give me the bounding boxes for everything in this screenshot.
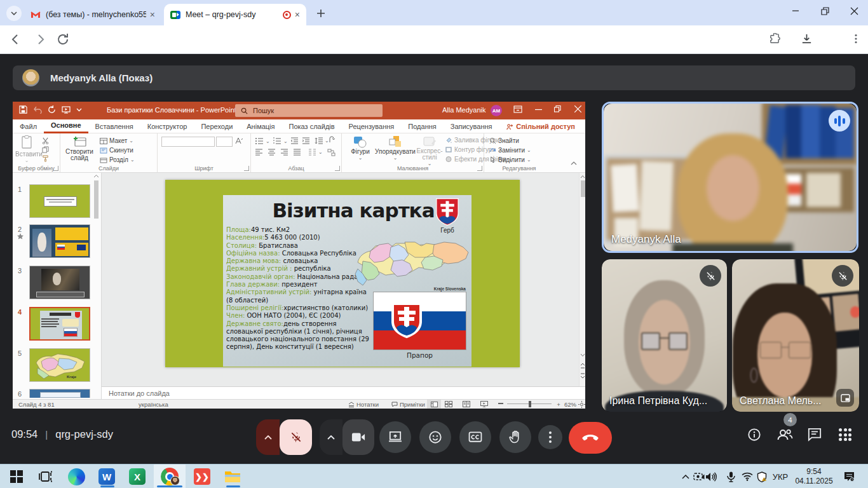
reading-view-button[interactable] [463, 401, 470, 407]
chrome-taskbar-active[interactable] [154, 464, 186, 488]
qat-customize-icon[interactable] [76, 108, 82, 112]
slide-thumbnail-5[interactable]: Kraje [29, 348, 90, 382]
anydesk-icon[interactable]: ❯❯ [193, 468, 211, 485]
browser-menu-icon[interactable] [850, 33, 864, 47]
redo-icon[interactable] [48, 105, 56, 114]
normal-view-button[interactable] [427, 400, 441, 409]
end-call-button[interactable] [569, 422, 612, 454]
tab-close-icon[interactable]: × [295, 10, 300, 20]
captions-button[interactable] [459, 421, 491, 453]
drawing-dialog-launcher[interactable] [477, 166, 482, 171]
find-button[interactable]: Знайти [489, 137, 519, 144]
video-tile-iryna[interactable]: Ірина Петрівна Куд... [602, 259, 727, 412]
ppt-tab-animations[interactable]: Анімація [240, 119, 281, 133]
tab-gmail[interactable]: (без темы) - melnychenko55@g × [24, 4, 161, 25]
mic-button-group[interactable] [256, 419, 312, 455]
tray-hidden-icons-chevron[interactable] [679, 464, 693, 488]
ppt-account-name[interactable]: Alla Medyanik [442, 106, 485, 114]
columns-icon[interactable]: ⌄ [308, 149, 323, 156]
camera-options-chevron[interactable] [320, 419, 342, 455]
font-dialog-launcher[interactable] [244, 166, 249, 171]
slide-thumbnail-6[interactable] [29, 389, 90, 398]
tray-clock[interactable]: 9:54 04.11.2025 [792, 467, 836, 486]
tray-security-icon[interactable] [754, 464, 770, 488]
window-restore-button[interactable] [812, 0, 837, 22]
slide-thumbnail-4-selected[interactable] [29, 307, 90, 341]
zoom-slider-handle[interactable] [529, 401, 531, 407]
back-button[interactable] [9, 32, 23, 46]
align-right-icon[interactable] [280, 149, 288, 156]
video-tile-svetlana[interactable]: Светлана Мель... [732, 259, 859, 412]
replace-button[interactable]: Замінити⌄ [489, 147, 531, 154]
font-size-combo[interactable] [216, 137, 233, 147]
ppt-restore-button[interactable] [554, 105, 561, 112]
chat-icon[interactable] [808, 428, 822, 442]
extensions-icon[interactable] [769, 33, 783, 47]
ppt-tab-insert[interactable]: Вставлення [88, 119, 140, 133]
new-tab-button[interactable] [314, 6, 328, 20]
format-painter-icon[interactable] [42, 155, 49, 162]
save-icon[interactable] [19, 105, 27, 114]
ppt-tab-slideshow[interactable]: Показ слайдів [282, 119, 342, 133]
collapse-ribbon-icon[interactable] [571, 161, 577, 165]
camera-button[interactable] [342, 419, 374, 455]
tray-volume-icon[interactable] [703, 464, 719, 488]
slide-sorter-view-button[interactable] [445, 401, 452, 407]
align-center-icon[interactable] [268, 149, 276, 156]
ppt-tab-record[interactable]: Записування [444, 119, 499, 133]
align-left-icon[interactable] [255, 149, 263, 156]
excel-icon[interactable]: X [128, 468, 146, 485]
tray-microphone-icon[interactable] [723, 464, 738, 488]
tray-wifi-icon[interactable] [740, 464, 755, 488]
decrease-indent-icon[interactable] [290, 137, 299, 144]
ppt-account-badge[interactable]: AM [491, 105, 502, 116]
slide-thumbnail-1[interactable] [29, 184, 90, 218]
ppt-search-box[interactable]: Пошук [235, 104, 383, 117]
font-name-combo[interactable] [161, 137, 215, 147]
activities-icon[interactable] [839, 428, 851, 441]
canvas-scrollbar[interactable] [579, 173, 585, 386]
bullets-icon[interactable]: ⌄ [255, 137, 270, 145]
cut-icon[interactable] [42, 137, 49, 144]
section-button[interactable]: Розділ⌄ [100, 156, 135, 163]
copy-icon[interactable] [42, 146, 49, 153]
more-options-button[interactable] [538, 425, 562, 449]
slide-thumbnail-2[interactable] [29, 224, 90, 258]
ppt-tab-transitions[interactable]: Переходи [194, 119, 240, 133]
start-slideshow-icon[interactable] [62, 106, 71, 114]
start-button[interactable] [8, 468, 25, 485]
ppt-tab-file[interactable]: Файл [13, 119, 44, 133]
paragraph-dialog-launcher[interactable] [335, 166, 340, 171]
select-button[interactable]: Виділити⌄ [489, 156, 531, 163]
increase-indent-icon[interactable] [302, 137, 310, 144]
ppt-minimize-button[interactable] [535, 109, 542, 111]
zoom-in-button[interactable]: + [555, 401, 562, 408]
text-direction-icon[interactable] [329, 136, 336, 144]
slideshow-view-button[interactable] [480, 401, 488, 407]
ppt-notes-bar[interactable]: Нотатки до слайда [102, 386, 585, 399]
file-explorer-icon[interactable] [224, 468, 241, 485]
line-spacing-icon[interactable]: ⌄ [315, 137, 329, 144]
ppt-tab-review[interactable]: Рецензування [342, 119, 402, 133]
tab-search-button[interactable] [6, 6, 22, 21]
shapes-button[interactable]: Фігури⌄ [347, 135, 374, 161]
zoom-level[interactable]: 62% [564, 401, 576, 408]
quick-styles-button[interactable]: Експрес-стилі⌄ [416, 135, 444, 166]
ppt-close-button[interactable] [574, 105, 581, 112]
ppt-tab-home[interactable]: Основне [44, 119, 88, 133]
meeting-details-icon[interactable] [747, 428, 761, 442]
paste-button[interactable]: Вставити ⌄ [15, 135, 38, 163]
fit-slide-button[interactable] [578, 401, 585, 408]
ppt-tab-view[interactable]: Подання [401, 119, 443, 133]
new-slide-button[interactable]: Створити слайд [64, 135, 95, 161]
present-button[interactable] [379, 421, 411, 453]
slide[interactable]: Візитна картка Герб Площа:49 тис. Км2 [165, 180, 520, 367]
task-view-button[interactable] [37, 468, 55, 485]
justify-icon[interactable] [293, 149, 301, 156]
zoom-out-button[interactable] [498, 403, 503, 404]
numbering-icon[interactable]: ⌄ [273, 137, 288, 145]
thumbnails-scrollbar[interactable] [93, 174, 99, 398]
ppt-tab-design[interactable]: Конструктор [140, 119, 194, 133]
ppt-ribbon-options-icon[interactable] [513, 105, 522, 113]
undo-icon[interactable] [33, 106, 42, 114]
